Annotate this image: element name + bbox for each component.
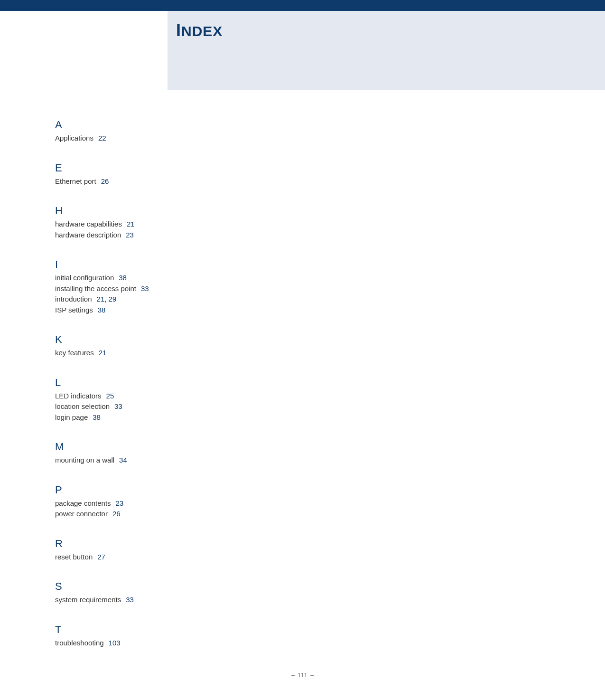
letter-heading: L xyxy=(55,377,332,389)
page-link[interactable]: 103 xyxy=(109,639,121,647)
page-link[interactable]: 33 xyxy=(126,596,134,604)
index-entry: system requirements33 xyxy=(55,595,332,605)
entry-term: system requirements xyxy=(55,596,121,604)
entry-term: hardware description xyxy=(55,231,121,239)
index-entry: Applications22 xyxy=(55,133,332,144)
index-entry: hardware description23 xyxy=(55,230,332,241)
entry-term: Ethernet port xyxy=(55,177,96,185)
page-link[interactable]: 26 xyxy=(101,177,109,185)
section-l: L LED indicators25 location selection33 … xyxy=(55,377,332,423)
letter-heading: P xyxy=(55,484,332,496)
top-bar xyxy=(0,0,605,9)
page-link[interactable]: 33 xyxy=(141,284,149,293)
section-e: E Ethernet port26 xyxy=(55,162,332,187)
index-entry: introduction21, 29 xyxy=(55,294,332,305)
page-link[interactable]: 25 xyxy=(106,392,114,400)
entry-term: key features xyxy=(55,349,94,357)
index-entry: LED indicators25 xyxy=(55,391,332,402)
letter-heading: E xyxy=(55,162,332,174)
letter-heading: A xyxy=(55,119,332,131)
comma: , xyxy=(104,295,106,303)
index-entry: mounting on a wall34 xyxy=(55,455,332,466)
section-m: M mounting on a wall34 xyxy=(55,441,332,466)
section-p: P package contents23 power connector26 xyxy=(55,484,332,520)
section-s: S system requirements33 xyxy=(55,580,332,605)
index-entry: installing the access point33 xyxy=(55,284,332,294)
entry-term: Applications xyxy=(55,134,93,142)
page-link[interactable]: 22 xyxy=(98,134,106,142)
page-link[interactable]: 26 xyxy=(112,510,121,518)
page-link[interactable]: 38 xyxy=(93,413,101,421)
page-link[interactable]: 38 xyxy=(119,274,127,282)
entry-term: mounting on a wall xyxy=(55,456,114,464)
letter-heading: K xyxy=(55,333,332,346)
footer-dash: – xyxy=(291,672,295,679)
section-h: H hardware capabilities21 hardware descr… xyxy=(55,205,332,240)
index-entry: troubleshooting103 xyxy=(55,638,332,649)
title-first-letter: I xyxy=(176,20,181,40)
section-r: R reset button27 xyxy=(55,538,332,563)
page-link[interactable]: 23 xyxy=(116,499,124,507)
header-row: INDEX xyxy=(0,9,605,90)
index-entry: initial configuration38 xyxy=(55,273,332,284)
section-a: A Applications22 xyxy=(55,119,332,144)
entry-term: initial configuration xyxy=(55,274,114,282)
entry-term: introduction xyxy=(55,295,92,303)
index-content: A Applications22 E Ethernet port26 H har… xyxy=(0,90,332,648)
index-entry: Ethernet port26 xyxy=(55,176,332,187)
index-entry: ISP settings38 xyxy=(55,305,332,316)
header-banner: INDEX xyxy=(168,11,605,90)
section-k: K key features21 xyxy=(55,333,332,359)
index-entry: key features21 xyxy=(55,348,332,359)
page-title: INDEX xyxy=(176,20,605,40)
index-entry: hardware capabilities21 xyxy=(55,219,332,230)
letter-heading: M xyxy=(55,441,332,453)
index-entry: login page38 xyxy=(55,412,332,423)
letter-heading: S xyxy=(55,580,332,593)
page-link[interactable]: 21 xyxy=(127,220,135,228)
header-left-blank xyxy=(0,11,168,90)
letter-heading: R xyxy=(55,538,332,550)
page-link[interactable]: 33 xyxy=(114,402,122,410)
page-link[interactable]: 29 xyxy=(109,295,117,303)
entry-term: LED indicators xyxy=(55,392,102,400)
section-i: I initial configuration38 installing the… xyxy=(55,258,332,315)
page-link[interactable]: 27 xyxy=(97,553,105,561)
page-link[interactable]: 38 xyxy=(98,306,106,314)
entry-term: power connector xyxy=(55,510,108,518)
letter-heading: H xyxy=(55,205,332,217)
entry-term: location selection xyxy=(55,402,110,410)
entry-term: ISP settings xyxy=(55,306,93,314)
page-link[interactable]: 23 xyxy=(126,231,134,239)
page-link[interactable]: 21 xyxy=(97,295,105,303)
entry-term: hardware capabilities xyxy=(55,220,122,228)
entry-term: package contents xyxy=(55,499,111,507)
page-link[interactable]: 34 xyxy=(119,456,127,464)
letter-heading: T xyxy=(55,624,332,636)
title-rest: NDEX xyxy=(181,23,223,39)
letter-heading: I xyxy=(55,258,332,271)
page-footer: – 111 – xyxy=(0,672,605,688)
index-entry: location selection33 xyxy=(55,401,332,412)
entry-term: login page xyxy=(55,413,88,421)
index-entry: power connector26 xyxy=(55,509,332,520)
section-t: T troubleshooting103 xyxy=(55,624,332,649)
page-link[interactable]: 21 xyxy=(99,349,107,357)
entry-term: troubleshooting xyxy=(55,639,104,647)
index-entry: package contents23 xyxy=(55,498,332,509)
footer-page-number: 111 xyxy=(298,672,307,679)
index-entry: reset button27 xyxy=(55,552,332,563)
entry-term: installing the access point xyxy=(55,284,136,293)
footer-dash: – xyxy=(310,672,314,679)
entry-term: reset button xyxy=(55,553,93,561)
